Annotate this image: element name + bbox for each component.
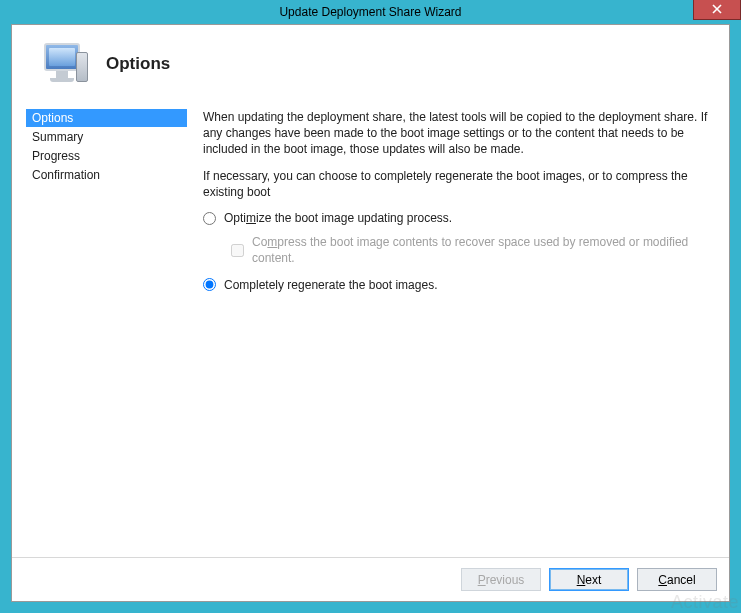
wizard-window: Options Options Summary Progress Confirm… xyxy=(11,24,730,602)
step-options[interactable]: Options xyxy=(26,109,187,127)
computer-icon xyxy=(42,43,88,85)
wizard-content: When updating the deployment share, the … xyxy=(187,99,719,557)
sidebar-steps: Options Summary Progress Confirmation xyxy=(12,99,187,557)
close-button[interactable] xyxy=(693,0,741,20)
intro-text-2: If necessary, you can choose to complete… xyxy=(203,168,715,200)
wizard-header: Options xyxy=(12,25,729,99)
cancel-button[interactable]: Cancel xyxy=(637,568,717,591)
previous-button: Previous xyxy=(461,568,541,591)
next-button[interactable]: Next xyxy=(549,568,629,591)
radio-regenerate-row[interactable]: Completely regenerate the boot images. xyxy=(203,277,715,293)
radio-optimize[interactable] xyxy=(203,212,216,225)
radio-optimize-row[interactable]: Optimize the boot image updating process… xyxy=(203,210,715,226)
wizard-footer: Previous Next Cancel xyxy=(12,557,729,601)
radio-regenerate-label: Completely regenerate the boot images. xyxy=(224,277,437,293)
checkbox-compress-row: Compress the boot image contents to reco… xyxy=(231,234,715,266)
step-summary[interactable]: Summary xyxy=(26,128,187,146)
radio-regenerate[interactable] xyxy=(203,278,216,291)
checkbox-compress-label: Compress the boot image contents to reco… xyxy=(252,234,715,266)
step-confirmation[interactable]: Confirmation xyxy=(26,166,187,184)
window-frame: Update Deployment Share Wizard Options O… xyxy=(0,0,741,613)
window-title: Update Deployment Share Wizard xyxy=(279,5,461,19)
page-title: Options xyxy=(106,54,170,74)
step-progress[interactable]: Progress xyxy=(26,147,187,165)
wizard-body: Options Summary Progress Confirmation Wh… xyxy=(12,99,729,557)
intro-text-1: When updating the deployment share, the … xyxy=(203,109,715,158)
title-bar[interactable]: Update Deployment Share Wizard xyxy=(11,0,730,24)
checkbox-compress xyxy=(231,244,244,257)
close-icon xyxy=(712,3,722,17)
radio-optimize-label: Optimize the boot image updating process… xyxy=(224,210,452,226)
